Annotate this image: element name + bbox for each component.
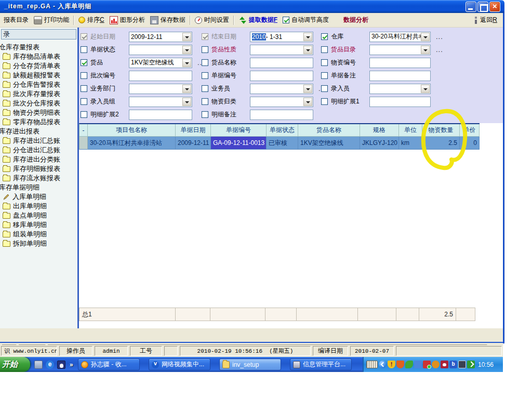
- detail-ext1-input[interactable]: [369, 97, 431, 107]
- column-header-quantity[interactable]: 物资数量: [422, 124, 460, 136]
- doc-note-input[interactable]: [369, 71, 431, 81]
- start-button[interactable]: 开始: [0, 357, 30, 372]
- column-header-project[interactable]: 项目包名称: [88, 124, 176, 136]
- tree-item[interactable]: 分仓库告警报表: [0, 80, 77, 89]
- collapse-tray-icon[interactable]: [379, 361, 387, 368]
- qq-icon[interactable]: [57, 361, 65, 369]
- tree-item[interactable]: 批次库存量报表: [0, 89, 77, 99]
- gear-shield-icon[interactable]: [432, 361, 440, 368]
- green-leaf-icon[interactable]: [405, 361, 413, 368]
- tree-item[interactable]: 库存进出分类账: [0, 155, 77, 164]
- tree-item[interactable]: 盘点单明细: [0, 211, 77, 220]
- warehouse-dropdown[interactable]: 30-20马料江村共幸: [369, 32, 431, 42]
- tree-group-stock[interactable]: 仓库存量报表: [0, 43, 77, 52]
- security-shield-icon[interactable]: [396, 361, 404, 368]
- screen-icon[interactable]: [458, 361, 466, 368]
- graph-analysis-button[interactable]: 图形分析: [107, 15, 148, 25]
- checkbox-icon[interactable]: [321, 33, 328, 40]
- update-icon[interactable]: [467, 361, 475, 368]
- tree-item[interactable]: 分仓存货清单表: [0, 61, 77, 71]
- checkbox-icon[interactable]: [81, 85, 87, 92]
- salesman-dropdown[interactable]: [250, 84, 313, 94]
- sort-button[interactable]: 排序C: [76, 15, 107, 25]
- table-row[interactable]: 30-20马料江村共幸排涝站 2009-12-11 GA-09-12-11-00…: [79, 137, 480, 150]
- entry-person-dropdown[interactable]: [369, 84, 431, 94]
- tree-item[interactable]: 库存物品清单表: [0, 52, 77, 61]
- taskbar-button-mail[interactable]: 孙志疆 - 收...: [78, 358, 140, 370]
- checkbox-icon[interactable]: [202, 59, 208, 66]
- report-catalog-button[interactable]: 报表目录: [1, 15, 31, 25]
- tree-item[interactable]: 出库单明细: [0, 202, 77, 211]
- red-status-icon[interactable]: [423, 361, 431, 368]
- column-header-doc-no[interactable]: 单据编号: [211, 124, 267, 136]
- tree-item-selected[interactable]: 入库单明细: [0, 192, 77, 202]
- checkbox-icon[interactable]: [202, 72, 208, 79]
- checkbox-icon[interactable]: [202, 33, 208, 40]
- tree-item[interactable]: 组装单明细: [0, 230, 77, 239]
- print-button[interactable]: 打印功能: [31, 15, 72, 25]
- goods-name-input[interactable]: [250, 58, 313, 68]
- checkbox-icon[interactable]: [81, 111, 87, 118]
- tree-item[interactable]: 缺额超额报警表: [0, 71, 77, 80]
- doc-no-input[interactable]: [250, 71, 313, 81]
- save-data-button[interactable]: 保存数据: [148, 15, 188, 25]
- goods-nature-dropdown[interactable]: [250, 45, 313, 55]
- biz-dept-dropdown[interactable]: [129, 84, 192, 94]
- material-no-input[interactable]: [369, 58, 431, 68]
- checkbox-icon[interactable]: [202, 46, 208, 53]
- close-button[interactable]: [489, 2, 500, 12]
- checkbox-icon[interactable]: [321, 85, 328, 92]
- chevron-more-icon[interactable]: »: [70, 361, 73, 368]
- checkbox-icon[interactable]: [202, 98, 208, 105]
- checkbox-icon[interactable]: [81, 59, 87, 66]
- bluetooth-icon[interactable]: b: [449, 361, 457, 368]
- tree-item[interactable]: 库存流水账报表: [0, 174, 77, 183]
- taskbar-button-folder[interactable]: inv_setup: [219, 358, 281, 370]
- batch-no-input[interactable]: [129, 71, 192, 81]
- tree-item[interactable]: 批次分仓库报表: [0, 99, 77, 108]
- browse-warehouse-button[interactable]: ...: [436, 33, 443, 41]
- detail-ext2-input[interactable]: [129, 110, 192, 120]
- checkbox-icon[interactable]: [321, 98, 328, 105]
- goods-catalog-dropdown[interactable]: [369, 45, 431, 55]
- paw-icon[interactable]: [441, 361, 448, 368]
- entry-group-dropdown[interactable]: [129, 97, 192, 107]
- browse-catalog-button[interactable]: ...: [436, 46, 443, 54]
- app-launcher-icon[interactable]: [34, 361, 43, 369]
- blue-app-icon[interactable]: [414, 361, 422, 368]
- tree-item[interactable]: 分仓进出汇总账: [0, 145, 77, 155]
- end-date-dropdown[interactable]: 2010- 1-31: [250, 32, 313, 42]
- tree-item[interactable]: 库存进出汇总账: [0, 136, 77, 145]
- time-setting-button[interactable]: 时间设置: [192, 15, 232, 25]
- checkbox-icon[interactable]: [321, 72, 328, 79]
- checkbox-icon[interactable]: [81, 33, 87, 40]
- taskbar-button-video[interactable]: 网络视频集中...: [149, 358, 210, 370]
- taskbar-button-platform[interactable]: 信息管理平台...: [290, 358, 352, 370]
- checkbox-icon[interactable]: [81, 98, 87, 105]
- tree-group-documents[interactable]: 库存单据明细: [0, 183, 77, 192]
- detail-note-input[interactable]: [250, 110, 313, 120]
- tree-item[interactable]: 零库存物品报表: [0, 117, 77, 127]
- tree-item[interactable]: 移库单明细: [0, 220, 77, 230]
- checkbox-icon[interactable]: [202, 85, 208, 92]
- column-header-goods[interactable]: 货品名称: [298, 124, 360, 136]
- material-class-dropdown[interactable]: [250, 97, 313, 107]
- tree-item[interactable]: 拆卸单明细: [0, 239, 77, 248]
- column-header-price[interactable]: 单价: [460, 124, 480, 136]
- doc-state-dropdown[interactable]: [129, 45, 192, 55]
- tree-item[interactable]: 库存明细账报表: [0, 164, 77, 174]
- internet-explorer-icon[interactable]: e: [46, 361, 54, 369]
- column-header-indicator[interactable]: -: [79, 124, 88, 136]
- checkbox-icon[interactable]: [321, 59, 328, 66]
- checkbox-icon[interactable]: [321, 46, 328, 53]
- column-header-date[interactable]: 单据日期: [176, 124, 211, 136]
- auto-height-checkbox[interactable]: 自动调节高度: [280, 15, 331, 25]
- tree-group-inout[interactable]: 库存进出报表: [0, 127, 77, 136]
- checkbox-icon[interactable]: [202, 111, 208, 118]
- checkbox-icon[interactable]: [81, 46, 87, 53]
- goods-dropdown[interactable]: 1KV架空绝缘线: [129, 58, 192, 68]
- tree-item[interactable]: 物资分类明细表: [0, 108, 77, 117]
- checkbox-icon[interactable]: [81, 72, 87, 79]
- data-analysis-button[interactable]: 数据分析: [341, 15, 371, 25]
- title-bar[interactable]: _item_rep.GA - 入库单明细: [0, 0, 504, 13]
